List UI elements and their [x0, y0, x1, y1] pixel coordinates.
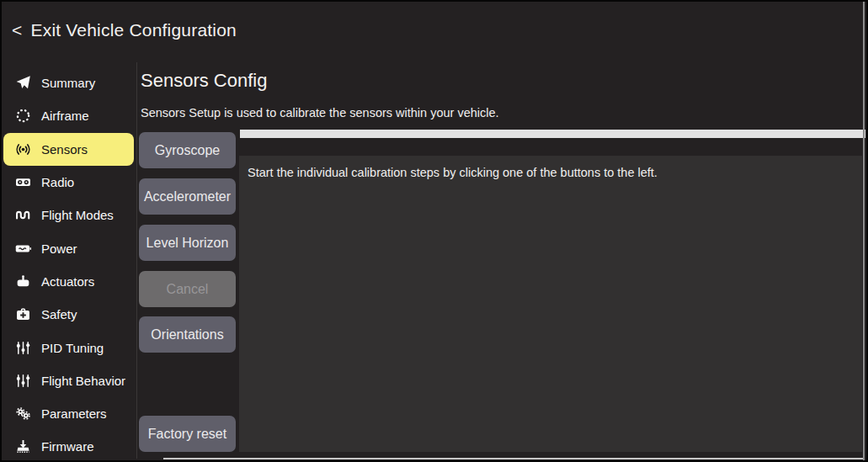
firmware-download-icon — [12, 438, 35, 456]
sliders-icon — [12, 338, 35, 357]
wave-modes-icon — [12, 206, 35, 225]
sidebar-item-sensors[interactable]: Sensors — [3, 133, 134, 166]
page-title: Sensors Config — [141, 70, 267, 92]
sidebar-item-label: Actuators — [41, 274, 94, 289]
calibration-instruction-text: Start the individual calibration steps b… — [248, 166, 854, 179]
sidebar-item-summary[interactable]: Summary — [3, 66, 136, 99]
sidebar-item-label: PID Tuning — [41, 341, 104, 355]
sidebar-item-airframe[interactable]: Airframe — [3, 99, 136, 132]
sidebar-item-radio[interactable]: Radio — [3, 166, 136, 199]
sidebar-divider — [136, 62, 137, 459]
sidebar-nav: SummaryAirframeSensorsRadioFlight ModesP… — [3, 66, 136, 462]
sidebar-item-flight-behavior[interactable]: Flight Behavior — [3, 364, 136, 397]
motor-icon — [12, 272, 35, 290]
signal-waves-icon — [12, 140, 35, 158]
orientations-button[interactable]: Orientations — [139, 316, 236, 353]
sidebar-item-label: Safety — [41, 307, 77, 321]
factory-reset-button[interactable]: Factory reset — [139, 416, 236, 452]
calibration-progress-bar — [240, 130, 865, 138]
exit-vehicle-configuration-label: Exit Vehicle Configuration — [30, 20, 237, 40]
exit-vehicle-configuration-button[interactable]: < Exit Vehicle Configuration — [12, 20, 237, 40]
sidebar-item-label: Airframe — [41, 109, 89, 123]
radio-icon — [12, 173, 35, 192]
sidebar-item-label: Firmware — [41, 439, 94, 454]
paper-plane-icon — [12, 74, 35, 93]
level-horizon-button[interactable]: Level Horizon — [139, 225, 236, 261]
sidebar-item-safety[interactable]: Safety — [3, 298, 136, 331]
gears-icon — [12, 405, 35, 423]
sidebar-item-label: Flight Modes — [41, 208, 114, 222]
horizontal-scrollbar[interactable] — [163, 458, 863, 459]
sidebar-item-flight-modes[interactable]: Flight Modes — [3, 199, 136, 231]
sidebar-item-label: Flight Behavior — [41, 374, 125, 388]
vehicle-setup-window: < Exit Vehicle Configuration SummaryAirf… — [0, 0, 868, 462]
sidebar-item-label: Parameters — [41, 406, 107, 421]
accelerometer-button[interactable]: Accelerometer — [139, 178, 236, 215]
sidebar-item-label: Power — [41, 242, 77, 256]
battery-icon — [12, 239, 35, 258]
sliders-icon — [12, 371, 35, 390]
first-aid-case-icon — [12, 305, 35, 324]
page-description: Sensors Setup is used to calibrate the s… — [141, 106, 499, 119]
cancel-button: Cancel — [139, 271, 236, 307]
sidebar-item-label: Radio — [41, 175, 74, 189]
sidebar-item-actuators[interactable]: Actuators — [3, 265, 136, 298]
sidebar-item-parameters[interactable]: Parameters — [3, 397, 136, 430]
sidebar-item-power[interactable]: Power — [3, 231, 136, 264]
airframe-dots-icon — [12, 107, 35, 125]
sidebar-item-firmware[interactable]: Firmware — [3, 430, 136, 462]
sidebar-item-pid-tuning[interactable]: PID Tuning — [3, 331, 136, 364]
gyroscope-button[interactable]: Gyroscope — [139, 132, 236, 168]
sidebar-item-label: Summary — [41, 76, 95, 90]
titlebar: < Exit Vehicle Configuration — [2, 2, 866, 62]
sidebar-item-label: Sensors — [41, 142, 88, 157]
calibration-content-panel: Start the individual calibration steps b… — [239, 156, 862, 452]
window-right-edge — [863, 2, 865, 460]
back-chevron-icon: < — [12, 20, 22, 40]
